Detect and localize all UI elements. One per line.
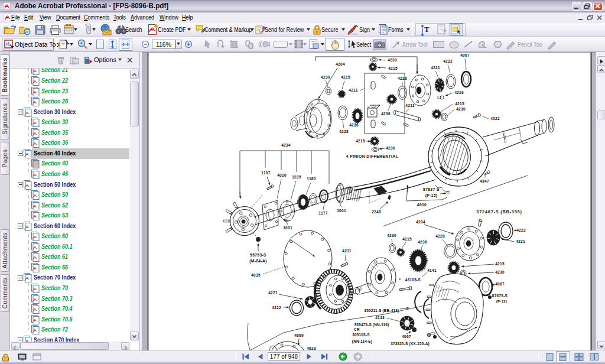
svg-text:(NN-114-E): (NN-114-E) <box>352 339 372 344</box>
svg-text:1180: 1180 <box>307 177 315 181</box>
svg-text:4236: 4236 <box>418 240 427 244</box>
svg-text:4230: 4230 <box>321 75 330 79</box>
svg-text:4 PINION DIFFERENTIAL: 4 PINION DIFFERENTIAL <box>346 154 398 158</box>
svg-text:T: T <box>424 25 430 34</box>
svg-text:359475-S (NN-116): 359475-S (NN-116) <box>354 323 389 327</box>
svg-text:4222: 4222 <box>443 59 453 63</box>
svg-text:373820-S (XX-155-A): 373820-S (XX-155-A) <box>391 342 430 346</box>
svg-text:(P-15): (P-15) <box>425 193 438 198</box>
svg-text:4228: 4228 <box>398 76 407 80</box>
svg-text:(M-84-A): (M-84-A) <box>249 259 267 264</box>
svg-text:4236: 4236 <box>349 123 359 127</box>
svg-text:46108-S: 46108-S <box>405 278 421 282</box>
svg-text:4228: 4228 <box>435 234 445 238</box>
svg-text:*: * <box>399 278 401 282</box>
svg-text:87675-S: 87675-S <box>492 294 508 298</box>
svg-text:55753-S: 55753-S <box>250 253 266 257</box>
svg-text:4230: 4230 <box>386 146 395 150</box>
svg-text:4215: 4215 <box>402 237 412 241</box>
svg-text:4141: 4141 <box>427 268 437 272</box>
svg-text:4669: 4669 <box>294 333 304 337</box>
svg-text:4222: 4222 <box>272 306 281 310</box>
svg-text:1177: 1177 <box>318 211 327 215</box>
svg-text:1001: 1001 <box>337 209 346 213</box>
svg-text:4067: 4067 <box>495 282 505 286</box>
svg-text:4347: 4347 <box>480 179 489 183</box>
svg-text:1107: 1107 <box>261 171 270 175</box>
svg-text:4215: 4215 <box>495 262 505 266</box>
svg-text:4215: 4215 <box>341 75 350 79</box>
svg-text:4022: 4022 <box>490 116 500 121</box>
svg-text:4230: 4230 <box>495 270 505 274</box>
svg-text:4010: 4010 <box>417 203 427 207</box>
svg-text:4221: 4221 <box>268 291 278 295</box>
svg-text:4221: 4221 <box>516 239 525 243</box>
svg-text:4067: 4067 <box>460 53 470 57</box>
svg-text:4211: 4211 <box>349 88 357 92</box>
svg-text:4230: 4230 <box>456 107 466 111</box>
svg-text:4234: 4234 <box>281 143 291 147</box>
svg-text:350211-S (BB-413): 350211-S (BB-413) <box>365 308 399 313</box>
svg-text:4204: 4204 <box>416 220 425 224</box>
svg-text:4204: 4204 <box>336 62 345 66</box>
svg-text:4228: 4228 <box>339 129 349 134</box>
svg-text:4211: 4211 <box>342 249 351 253</box>
svg-text:4222: 4222 <box>516 228 526 232</box>
svg-text:(P-12): (P-12) <box>496 300 507 303</box>
svg-text:4230: 4230 <box>387 233 396 238</box>
svg-text:4215: 4215 <box>455 102 464 106</box>
svg-text:305105-S: 305105-S <box>352 333 370 337</box>
svg-text:4236: 4236 <box>381 112 391 116</box>
svg-text:1001: 1001 <box>283 226 292 230</box>
svg-text:4216: 4216 <box>454 90 464 95</box>
svg-text:4230: 4230 <box>388 58 397 62</box>
svg-text:4067: 4067 <box>402 334 411 339</box>
svg-text:4221: 4221 <box>431 66 440 70</box>
svg-text:4211: 4211 <box>405 103 414 108</box>
svg-text:CR: CR <box>354 327 360 332</box>
svg-text:4215: 4215 <box>356 139 365 143</box>
svg-text:4215: 4215 <box>388 66 398 70</box>
svg-text:4020: 4020 <box>277 173 287 177</box>
svg-text:4143: 4143 <box>375 316 385 320</box>
svg-text:87837-S: 87837-S <box>423 187 440 191</box>
svg-text:4035: 4035 <box>251 273 261 277</box>
svg-text:1225: 1225 <box>292 175 301 179</box>
svg-text:372487-S (BB-395): 372487-S (BB-395) <box>476 209 522 214</box>
svg-text:2248: 2248 <box>372 210 381 214</box>
